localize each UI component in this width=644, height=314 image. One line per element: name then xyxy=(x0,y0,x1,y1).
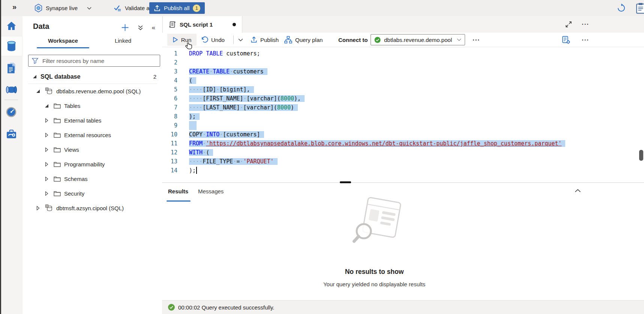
tab-sql-script-1[interactable]: SQL script 1 xyxy=(162,16,242,33)
code-line-12[interactable]: 12WITH·( xyxy=(162,148,644,157)
data-panel: Data « Workspace Linked SQL database xyxy=(23,16,162,314)
validate-all-button[interactable]: Validate all xyxy=(114,0,152,16)
sql-code-editor[interactable]: 1DROP TABLE customers;23CREATE·TABLE·cus… xyxy=(162,47,644,185)
caret-expanded-icon[interactable] xyxy=(36,90,42,93)
folder-icon xyxy=(54,103,61,109)
source-control-mode-selector[interactable]: Synapse live xyxy=(35,0,92,16)
caret-collapsed-icon[interactable] xyxy=(45,118,50,123)
tree-item-dbtmsft-azsyn-cipool-sql[interactable]: dbtmsft.azsyn.cipool (SQL) xyxy=(23,201,162,215)
selection-highlight: FROM·'https://dbtlabsynapsedatalake.blob… xyxy=(189,140,565,147)
tree-item-label: Tables xyxy=(64,103,80,109)
code-line-1[interactable]: 1DROP TABLE customers; xyxy=(162,49,644,58)
publish-button[interactable]: Publish xyxy=(251,33,279,47)
code-line-13[interactable]: 13····FILE_TYPE·=·'PARQUET' xyxy=(162,157,644,166)
connect-to-label: Connect to xyxy=(338,33,368,47)
caret-collapsed-icon[interactable] xyxy=(45,176,50,181)
code-line-4[interactable]: 4( xyxy=(162,76,644,85)
undo-label: Undo xyxy=(211,37,225,43)
tab-messages[interactable]: Messages xyxy=(198,188,224,194)
filter-input[interactable] xyxy=(42,57,156,64)
publish-label: Publish xyxy=(260,37,279,43)
tree-group-sql-database[interactable]: SQL database 2 xyxy=(23,69,162,84)
code-line-5[interactable]: 5····[ID]·[bigint], xyxy=(162,85,644,94)
code-line-10[interactable]: 10COPY·INTO·[customers] xyxy=(162,130,644,139)
nav-manage[interactable] xyxy=(0,124,23,144)
notifications-icon[interactable] xyxy=(635,3,644,14)
nav-monitor[interactable] xyxy=(0,102,23,122)
caret-collapsed-icon[interactable] xyxy=(36,206,42,211)
left-nav-rail xyxy=(0,16,23,314)
nav-develop[interactable] xyxy=(0,58,23,78)
tab-linked[interactable]: Linked xyxy=(93,33,153,48)
tree-item-label: dbtmsft.azsyn.cipool (SQL) xyxy=(56,205,124,211)
folder-icon xyxy=(54,191,61,196)
filter-box xyxy=(28,55,160,67)
tab-workspace[interactable]: Workspace xyxy=(33,33,93,48)
connect-to-dropdown[interactable]: dbtlabs.revenue.demo.pool xyxy=(371,34,465,45)
tab-results[interactable]: Results xyxy=(168,188,188,194)
synapse-live-icon xyxy=(35,4,42,12)
caret-collapsed-icon[interactable] xyxy=(45,133,50,138)
tree-item-dbtlabs-revenue-demo-pool-sql[interactable]: dbtlabs.revenue.demo.pool (SQL) xyxy=(23,84,162,99)
caret-expanded-icon[interactable] xyxy=(33,75,38,78)
filter-funnel-icon xyxy=(32,58,38,64)
nav-integrate[interactable] xyxy=(0,80,23,99)
publish-count-badge: 1 xyxy=(193,4,200,12)
tab-more-actions-icon[interactable]: ··· xyxy=(582,21,589,27)
code-line-3[interactable]: 3CREATE·TABLE·customers xyxy=(162,67,644,76)
window-edge xyxy=(0,0,1,314)
code-line-14[interactable]: 14); xyxy=(162,166,644,175)
validate-icon xyxy=(114,4,122,12)
selection-highlight: ····[FIRST_NAME]·[varchar](8000), xyxy=(189,95,305,102)
code-line-11[interactable]: 11FROM·'https://dbtlabsynapsedatalake.bl… xyxy=(162,139,644,148)
run-options-chevron[interactable] xyxy=(238,33,243,47)
toolbar-separator xyxy=(233,36,234,44)
publish-all-button[interactable]: Publish all 1 xyxy=(149,2,205,14)
pipeline-icon xyxy=(6,85,17,94)
tree-item-views[interactable]: Views xyxy=(23,142,162,157)
scrollbar-thumb[interactable] xyxy=(639,150,643,161)
collapse-results-icon[interactable] xyxy=(575,189,581,193)
expand-toolbar-icon[interactable]: » xyxy=(12,3,16,11)
splitter-grip[interactable] xyxy=(340,181,351,183)
line-number: 14 xyxy=(162,166,184,175)
toolbar-more-actions-icon[interactable]: ··· xyxy=(473,33,480,47)
tree-item-external-tables[interactable]: External tables xyxy=(23,113,162,128)
nav-data[interactable] xyxy=(0,36,23,56)
caret-expanded-icon[interactable] xyxy=(45,104,50,108)
tree-item-label: Programmability xyxy=(64,161,105,167)
refresh-icon[interactable] xyxy=(617,3,626,13)
chevron-down-icon xyxy=(87,7,92,10)
tree-item-external-resources[interactable]: External resources xyxy=(23,128,162,142)
mouse-hand-cursor xyxy=(185,42,192,50)
editor-more-actions-icon[interactable]: ··· xyxy=(582,37,589,43)
properties-icon[interactable] xyxy=(562,36,570,44)
caret-collapsed-icon[interactable] xyxy=(45,162,50,167)
actions-chevron-icon[interactable] xyxy=(138,25,143,31)
caret-collapsed-icon[interactable] xyxy=(45,191,50,196)
caret-collapsed-icon[interactable] xyxy=(45,147,50,152)
nav-home[interactable] xyxy=(0,16,23,36)
tree-item-schemas[interactable]: Schemas xyxy=(23,172,162,186)
expand-editor-icon[interactable] xyxy=(565,21,572,28)
tree-item-label: Schemas xyxy=(64,176,88,182)
collapse-panel-icon[interactable]: « xyxy=(152,24,155,31)
line-number: 2 xyxy=(162,58,184,67)
tree-item-label: Views xyxy=(64,147,79,153)
add-resource-button[interactable] xyxy=(121,24,129,31)
publish-all-label: Publish all xyxy=(164,5,189,11)
line-number: 3 xyxy=(162,67,184,76)
code-line-6[interactable]: 6····[FIRST_NAME]·[varchar](8000), xyxy=(162,94,644,103)
query-plan-button[interactable]: Query plan xyxy=(284,33,323,47)
line-number: 11 xyxy=(162,139,184,148)
tree-item-security[interactable]: Security xyxy=(23,186,162,201)
undo-button[interactable]: Undo xyxy=(201,33,225,47)
code-line-8[interactable]: 8); xyxy=(162,112,644,121)
code-line-7[interactable]: 7····[LAST_NAME]·[varchar](8000) xyxy=(162,103,644,112)
code-line-9[interactable]: 9 xyxy=(162,121,644,130)
tree-item-programmability[interactable]: Programmability xyxy=(23,157,162,172)
tree-item-tables[interactable]: Tables xyxy=(23,99,162,113)
empty-results-subtitle: Your query yielded no displayable result… xyxy=(254,281,494,287)
no-results-illustration xyxy=(348,196,404,248)
code-line-2[interactable]: 2 xyxy=(162,58,644,67)
